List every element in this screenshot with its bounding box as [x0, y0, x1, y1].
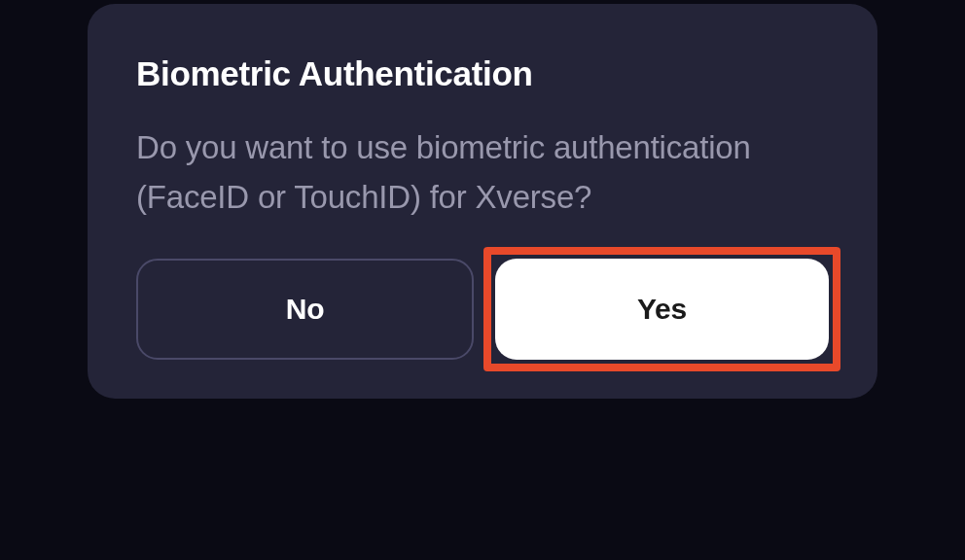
biometric-auth-dialog: Biometric Authentication Do you want to …: [88, 4, 877, 399]
dialog-message: Do you want to use biometric authenticat…: [136, 122, 829, 222]
dialog-title: Biometric Authentication: [136, 54, 829, 93]
yes-button-highlight: Yes: [483, 247, 840, 371]
no-button[interactable]: No: [136, 259, 474, 360]
dialog-button-row: No Yes: [136, 259, 829, 360]
yes-button[interactable]: Yes: [495, 259, 829, 360]
